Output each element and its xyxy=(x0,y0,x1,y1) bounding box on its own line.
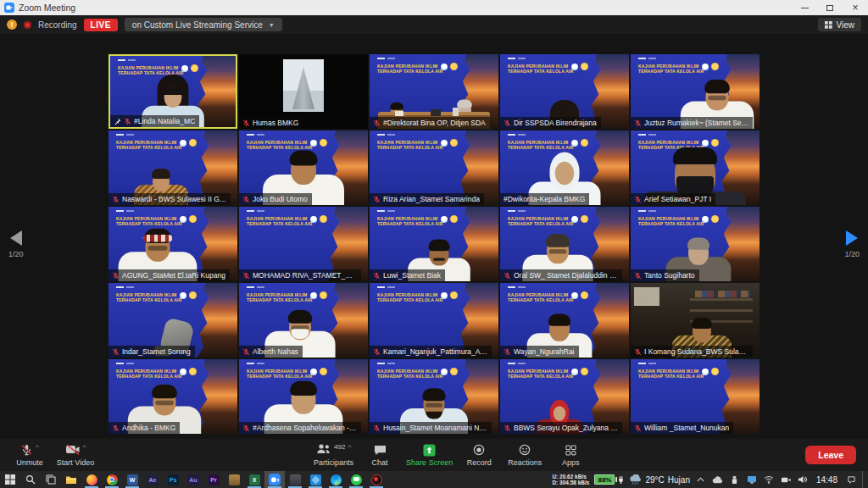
participant-tile[interactable]: KAJIAN PERUBAHAN IKLIMTERHADAP TATA KELO… xyxy=(239,130,368,205)
person-hair xyxy=(152,169,170,179)
apps-button[interactable]: Apps xyxy=(548,439,593,471)
participant-tile[interactable]: Humas BMKG xyxy=(239,54,368,129)
show-desktop-button[interactable] xyxy=(862,471,866,488)
participant-tile[interactable]: KAJIAN PERUBAHAN IKLIMTERHADAP TATA KELO… xyxy=(108,130,237,205)
start-icon[interactable] xyxy=(0,471,20,488)
person-hair xyxy=(457,100,472,108)
photos-icon[interactable] xyxy=(305,471,326,488)
name-label: Tanto Sugiharto xyxy=(631,269,699,281)
leave-button[interactable]: Leave xyxy=(805,446,856,464)
chat-button[interactable]: Chat xyxy=(357,439,403,471)
participant-tile[interactable]: KAJIAN PERUBAHAN IKLIMTERHADAP TATA KELO… xyxy=(500,130,629,205)
participant-tile[interactable]: KAJIAN PERUBAHAN IKLIMTERHADAP TATA KELO… xyxy=(370,283,498,358)
participant-tile[interactable]: KAJIAN PERUBAHAN IKLIMTERHADAP TATA KELO… xyxy=(631,359,760,434)
task-view-icon[interactable] xyxy=(41,471,61,488)
file-explorer-icon[interactable] xyxy=(61,471,81,488)
participant-tile[interactable]: KAJIAN PERUBAHAN IKLIMTERHADAP TATA KELO… xyxy=(500,359,629,434)
net-download: D: 304.58 kB/s xyxy=(552,480,589,485)
unmute-options-chevron[interactable]: ^ xyxy=(36,443,39,451)
participant-tile[interactable]: KAJIAN PERUBAHAN IKLIMTERHADAP TATA KELO… xyxy=(108,54,237,129)
webcam-icon[interactable] xyxy=(780,471,792,488)
sun-logo-icon xyxy=(450,215,458,223)
prev-page-button[interactable]: 1/20 xyxy=(8,230,24,258)
participant-tile[interactable]: KAJIAN PERUBAHAN IKLIMTERHADAP TATA KELO… xyxy=(239,359,368,434)
unmute-button[interactable]: ^ Unmute xyxy=(7,439,53,471)
display-icon[interactable] xyxy=(746,471,758,488)
participant-tile[interactable]: KAJIAN PERUBAHAN IKLIMTERHADAP TATA KELO… xyxy=(108,283,237,358)
zoom-icon[interactable] xyxy=(264,471,285,488)
record-label: Record xyxy=(467,458,492,467)
participant-name: Dir SSPSDA Birendrajana xyxy=(514,119,597,127)
game-icon[interactable] xyxy=(224,471,244,488)
stream-service-dropdown[interactable]: on Custom Live Streaming Service ▼ xyxy=(125,18,282,31)
start-video-button[interactable]: ^ Start Video xyxy=(53,439,98,471)
participant-name: Oral SW_ Stamet Djalaluddin Goro... xyxy=(514,271,618,280)
after-effects-icon[interactable]: Ae xyxy=(142,471,163,488)
chrome-icon[interactable] xyxy=(102,471,122,488)
premiere-icon[interactable]: Pr xyxy=(203,471,224,488)
speaker-icon[interactable] xyxy=(797,471,809,488)
net-speed-widget[interactable]: U: 20.62 kB/s D: 304.58 kB/s xyxy=(552,474,589,485)
photoshop-icon[interactable]: Ps xyxy=(163,471,183,488)
clock[interactable]: 14:48 xyxy=(814,475,840,485)
vbg-logo-mark xyxy=(508,286,515,288)
minimize-button[interactable] xyxy=(792,0,817,15)
participant-tile[interactable]: I Komang Sudana_BWS Sulawesi ... xyxy=(631,283,760,358)
name-label: I Komang Sudana_BWS Sulawesi ... xyxy=(631,346,753,358)
person-hair xyxy=(288,310,313,324)
participant-tile[interactable]: KAJIAN PERUBAHAN IKLIMTERHADAP TATA KELO… xyxy=(500,54,629,129)
participants-button[interactable]: 492 ^ Participants xyxy=(310,439,357,471)
participant-tile[interactable]: KAJIAN PERUBAHAN IKLIMTERHADAP TATA KELO… xyxy=(370,54,498,129)
participant-tile[interactable]: KAJIAN PERUBAHAN IKLIMTERHADAP TATA KELO… xyxy=(370,130,498,205)
share-screen-button[interactable]: Share Screen xyxy=(403,439,456,471)
weather-widget[interactable]: 29°C Hujan xyxy=(629,474,689,485)
excel-icon[interactable]: X xyxy=(244,471,264,488)
participant-tile[interactable]: KAJIAN PERUBAHAN IKLIMTERHADAP TATA KELO… xyxy=(370,207,498,281)
edge-icon[interactable] xyxy=(326,471,346,488)
person-hair xyxy=(704,80,730,93)
app-dark-icon[interactable] xyxy=(285,471,305,488)
participant-tile[interactable]: KAJIAN PERUBAHAN IKLIMTERHADAP TATA KELO… xyxy=(370,359,498,434)
search-icon[interactable] xyxy=(20,471,41,488)
wifi-icon[interactable] xyxy=(763,471,775,488)
battery-indicator[interactable]: 88% xyxy=(594,474,624,485)
meeting-info-icon[interactable]: ! xyxy=(7,19,17,30)
maximize-button[interactable] xyxy=(817,0,843,15)
record-button[interactable]: Record xyxy=(456,439,502,471)
participant-tile[interactable]: KAJIAN PERUBAHAN IKLIMTERHADAP TATA KELO… xyxy=(239,283,368,358)
action-center-icon[interactable] xyxy=(845,471,857,488)
view-button[interactable]: View xyxy=(818,18,862,31)
audition-icon[interactable]: Au xyxy=(183,471,203,488)
next-page-button[interactable]: 1/20 xyxy=(844,230,860,258)
video-options-chevron[interactable]: ^ xyxy=(83,443,86,451)
participants-chevron[interactable]: ^ xyxy=(348,443,351,451)
participant-tile[interactable]: KAJIAN PERUBAHAN IKLIMTERHADAP TATA KELO… xyxy=(108,359,237,434)
participant-tile[interactable]: KAJIAN PERUBAHAN IKLIMTERHADAP TATA KELO… xyxy=(631,130,760,205)
participant-tile[interactable]: KAJIAN PERUBAHAN IKLIMTERHADAP TATA KELO… xyxy=(239,207,368,281)
tray-expand-icon[interactable] xyxy=(695,471,707,488)
recording-dot-icon xyxy=(24,21,31,29)
screen-recorder-icon[interactable] xyxy=(366,471,387,488)
person-hair xyxy=(548,313,570,325)
mic-muted-icon xyxy=(504,424,511,432)
face-mask xyxy=(292,329,309,339)
participant-name: BBWS Serayu Opak_Zulyana Tandj... xyxy=(514,424,618,432)
person-hair xyxy=(422,388,446,401)
close-button[interactable]: × xyxy=(843,0,868,15)
participant-tile[interactable]: KAJIAN PERUBAHAN IKLIMTERHADAP TATA KELO… xyxy=(631,54,760,129)
chat-app-green-icon[interactable] xyxy=(346,471,366,488)
mic-muted-icon xyxy=(373,348,381,356)
onedrive-icon[interactable] xyxy=(712,471,724,488)
participant-name: Indar_Stamet Sorong xyxy=(122,347,191,356)
participant-tile[interactable]: KAJIAN PERUBAHAN IKLIMTERHADAP TATA KELO… xyxy=(500,207,629,281)
mic-muted-icon xyxy=(373,119,381,127)
participant-name: Riza Arian_Stamet Samarinda xyxy=(383,195,480,203)
participant-tile[interactable]: KAJIAN PERUBAHAN IKLIMTERHADAP TATA KELO… xyxy=(108,207,237,281)
usb-icon[interactable] xyxy=(729,471,741,488)
participant-tile[interactable]: KAJIAN PERUBAHAN IKLIMTERHADAP TATA KELO… xyxy=(631,207,760,281)
reactions-button[interactable]: Reactions xyxy=(502,439,548,471)
firefox-icon[interactable] xyxy=(81,471,102,488)
word-icon[interactable]: W xyxy=(122,471,142,488)
participant-tile[interactable]: KAJIAN PERUBAHAN IKLIMTERHADAP TATA KELO… xyxy=(500,283,629,358)
battery-percent: 88% xyxy=(594,474,615,485)
